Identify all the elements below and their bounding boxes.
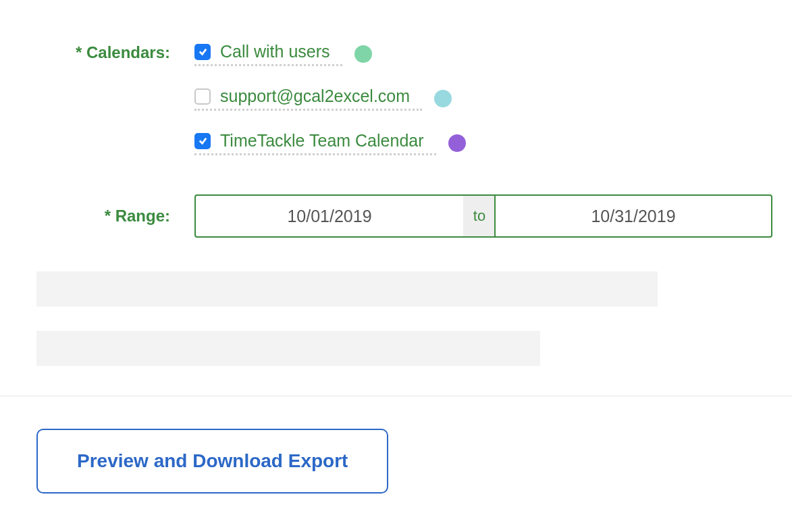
calendar-checkbox[interactable] bbox=[194, 88, 211, 105]
calendars-row: * Calendars: Call with users sup bbox=[36, 42, 792, 162]
calendar-item: TimeTackle Team Calendar bbox=[194, 131, 792, 162]
range-controls: to bbox=[194, 194, 772, 238]
calendar-checkbox[interactable] bbox=[194, 44, 211, 60]
placeholder-block bbox=[36, 331, 540, 366]
range-label: * Range: bbox=[105, 207, 170, 225]
calendar-item: support@gcal2excel.com bbox=[194, 86, 792, 117]
calendar-item: Call with users bbox=[194, 42, 792, 73]
range-separator: to bbox=[463, 194, 496, 238]
calendar-checkbox[interactable] bbox=[194, 133, 211, 149]
preview-download-button[interactable]: Preview and Download Export bbox=[36, 429, 388, 494]
calendar-name[interactable]: support@gcal2excel.com bbox=[220, 86, 410, 106]
calendar-name[interactable]: TimeTackle Team Calendar bbox=[220, 131, 424, 151]
date-end-input[interactable] bbox=[494, 194, 772, 238]
calendar-color-dot[interactable] bbox=[434, 90, 452, 107]
calendar-list: Call with users support@gcal2excel.com bbox=[194, 42, 792, 162]
date-start-input[interactable] bbox=[194, 194, 465, 238]
placeholder-block bbox=[36, 271, 658, 307]
calendar-name[interactable]: Call with users bbox=[220, 42, 330, 61]
calendar-color-dot[interactable] bbox=[354, 45, 372, 63]
range-row: * Range: to bbox=[36, 194, 792, 238]
calendar-color-dot[interactable] bbox=[448, 134, 466, 152]
calendars-label: * Calendars: bbox=[76, 43, 170, 61]
